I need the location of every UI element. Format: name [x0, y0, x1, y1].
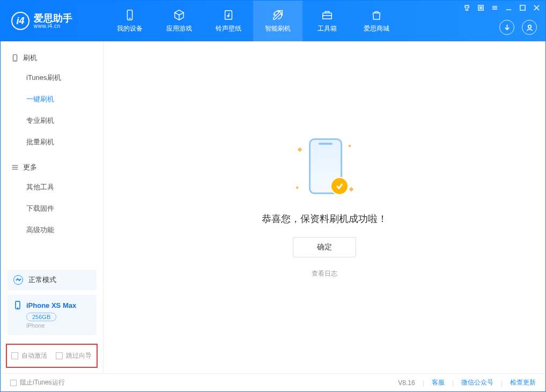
- checkmark-badge: [330, 177, 349, 195]
- top-nav: 我的设备 应用游戏 铃声壁纸 智能刷机 工具箱 爱思商城: [105, 1, 401, 41]
- device-card[interactable]: iPhone XS Max 256GB iPhone: [7, 294, 97, 335]
- app-window: i4 爱思助手 www.i4.cn 我的设备 应用游戏 铃声壁纸 智能刷机: [0, 0, 546, 392]
- maximize-button[interactable]: [519, 4, 526, 11]
- ok-button[interactable]: 确定: [293, 237, 356, 257]
- sidebar-item-itunes-flash[interactable]: iTunes刷机: [1, 67, 103, 88]
- nav-toolbox[interactable]: 工具箱: [302, 1, 352, 41]
- sidebar-item-advanced[interactable]: 高级功能: [1, 219, 103, 241]
- app-url: www.i4.cn: [34, 23, 72, 29]
- toolbox-icon: [321, 9, 334, 21]
- list-icon[interactable]: [477, 4, 484, 11]
- user-button[interactable]: [522, 20, 537, 35]
- music-icon: [222, 9, 235, 21]
- nav-flash[interactable]: 智能刷机: [253, 1, 302, 41]
- footer-link-update[interactable]: 检查更新: [510, 378, 536, 387]
- footer-link-wechat[interactable]: 微信公众号: [461, 378, 493, 387]
- block-itunes-checkbox[interactable]: 阻止iTunes运行: [10, 378, 65, 387]
- checkbox-icon: [11, 352, 18, 359]
- success-message: 恭喜您，保资料刷机成功啦！: [262, 212, 387, 225]
- sparkle-icon: [296, 186, 299, 189]
- sparkle-icon: [349, 187, 353, 191]
- nav-my-device[interactable]: 我的设备: [105, 1, 154, 41]
- header-actions: [499, 20, 537, 35]
- body: 刷机 iTunes刷机 一键刷机 专业刷机 批量刷机 更多 其他工具 下载固件 …: [1, 41, 545, 373]
- sidebar-item-other-tools[interactable]: 其他工具: [1, 176, 103, 198]
- auto-activate-checkbox[interactable]: 自动激活: [11, 351, 47, 360]
- phone-icon: [11, 54, 19, 62]
- logo-icon: i4: [11, 12, 29, 30]
- sidebar-item-oneclick-flash[interactable]: 一键刷机: [1, 88, 103, 110]
- svg-point-19: [528, 25, 531, 28]
- sidebar-section-more: 更多: [1, 158, 103, 176]
- cube-icon: [173, 9, 186, 21]
- minimize-button[interactable]: [505, 4, 512, 11]
- window-controls: [463, 4, 540, 11]
- skip-guide-checkbox[interactable]: 跳过向导: [56, 351, 92, 360]
- checkbox-icon: [56, 352, 63, 359]
- menu-lines-icon: [11, 164, 19, 171]
- download-button[interactable]: [499, 20, 514, 35]
- svg-point-4: [227, 15, 229, 17]
- success-illustration: [290, 136, 359, 201]
- nav-ringtone[interactable]: 铃声壁纸: [204, 1, 253, 41]
- nav-apps[interactable]: 应用游戏: [154, 1, 204, 41]
- sidebar-item-download-firmware[interactable]: 下载固件: [1, 198, 103, 219]
- footer-link-support[interactable]: 客服: [432, 378, 445, 387]
- device-mode[interactable]: 正常模式: [7, 270, 97, 290]
- footer: 阻止iTunes运行 V8.16 | 客服 | 微信公众号 | 检查更新: [1, 373, 545, 391]
- version-label: V8.16: [398, 379, 415, 387]
- shirt-icon[interactable]: [463, 4, 470, 11]
- mode-icon: [13, 275, 23, 285]
- close-button[interactable]: [533, 4, 540, 11]
- logo[interactable]: i4 爱思助手 www.i4.cn: [1, 12, 105, 30]
- sparkle-icon: [298, 147, 302, 152]
- sidebar-section-flash: 刷机: [1, 49, 103, 67]
- nav-store[interactable]: 爱思商城: [352, 1, 401, 41]
- bag-icon: [370, 9, 383, 21]
- view-log-link[interactable]: 查看日志: [312, 269, 337, 278]
- device-icon: [123, 9, 136, 21]
- highlighted-options: 自动激活 跳过向导: [6, 344, 98, 368]
- refresh-icon: [271, 9, 284, 21]
- device-name: iPhone XS Max: [26, 301, 76, 309]
- device-capacity: 256GB: [26, 313, 56, 321]
- sidebar-item-batch-flash[interactable]: 批量刷机: [1, 131, 103, 153]
- app-name: 爱思助手: [34, 13, 72, 23]
- menu-icon[interactable]: [491, 4, 498, 11]
- svg-rect-15: [520, 5, 525, 10]
- main-content: 恭喜您，保资料刷机成功啦！ 确定 查看日志: [104, 41, 545, 373]
- sparkle-icon: [348, 144, 351, 147]
- checkbox-icon: [10, 380, 17, 386]
- svg-rect-5: [323, 13, 332, 19]
- sidebar: 刷机 iTunes刷机 一键刷机 专业刷机 批量刷机 更多 其他工具 下载固件 …: [1, 41, 104, 373]
- device-phone-icon: [13, 301, 22, 309]
- device-type: iPhone: [26, 322, 90, 329]
- sidebar-item-pro-flash[interactable]: 专业刷机: [1, 110, 103, 131]
- header: i4 爱思助手 www.i4.cn 我的设备 应用游戏 铃声壁纸 智能刷机: [1, 1, 545, 41]
